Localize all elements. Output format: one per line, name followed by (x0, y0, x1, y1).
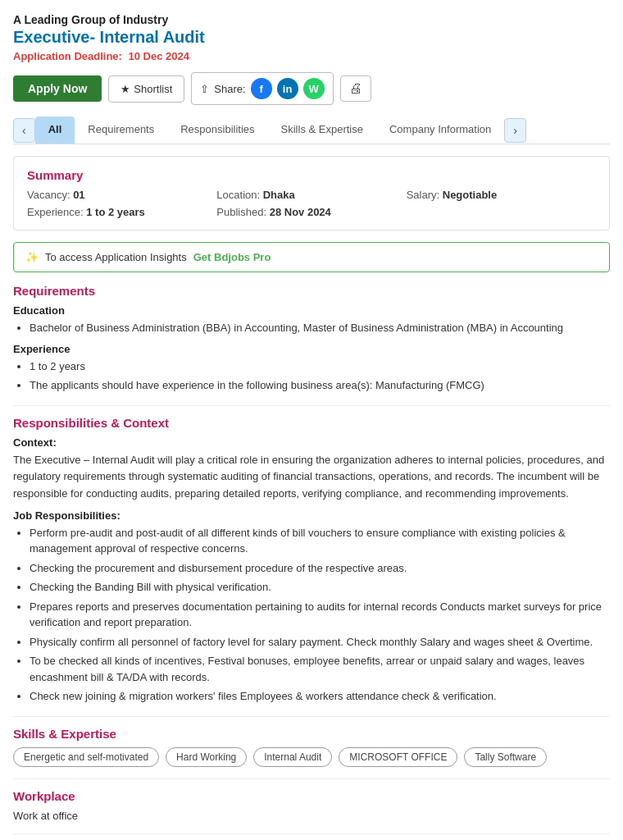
page-wrapper: A Leading Group of Industry Executive- I… (0, 0, 623, 840)
company-name: A Leading Group of Industry (13, 13, 610, 26)
shortlist-button[interactable]: ★ Shortlist (108, 75, 184, 103)
shortlist-label: Shortlist (134, 83, 172, 95)
divider (13, 833, 610, 834)
divider (13, 778, 610, 779)
divider (13, 716, 610, 717)
responsibilities-section: Responsibilities & Context Context: The … (13, 416, 610, 705)
list-item: Bachelor of Business Administration (BBA… (30, 320, 610, 336)
tab-all[interactable]: All (35, 116, 75, 144)
job-responsibilities-heading: Job Responsibilities: (13, 509, 610, 522)
tab-responsibilities[interactable]: Responsibilities (167, 116, 267, 144)
education-heading: Education (13, 304, 610, 317)
salary-value: Negotiable (443, 189, 497, 201)
skill-tag[interactable]: Energetic and self-motivated (13, 747, 159, 767)
salary-label: Salary: (407, 189, 439, 201)
share-label: Share: (214, 83, 245, 95)
deadline-label: Application Deadline: (13, 50, 122, 62)
list-item: Checking the Banding Bill with physical … (30, 579, 610, 596)
list-item: Physically confirm all personnel of fact… (30, 634, 610, 651)
skill-tag[interactable]: Internal Audit (253, 747, 332, 767)
tabs-bar: ‹ All Requirements Responsibilities Skil… (13, 116, 610, 144)
published-label: Published: (216, 206, 266, 218)
workplace-section: Workplace Work at office (13, 789, 610, 822)
print-button[interactable]: 🖨 (340, 75, 371, 102)
context-heading: Context: (13, 436, 610, 449)
vacancy-field: Vacancy: 01 (27, 189, 216, 201)
job-responsibilities-list: Perform pre-audit and post-audit of all … (13, 525, 610, 705)
skill-tag[interactable]: MICROSOFT OFFICE (339, 747, 457, 767)
experience-heading: Experience (13, 343, 610, 355)
star-icon: ★ (121, 83, 130, 95)
divider (13, 405, 610, 406)
tab-requirements[interactable]: Requirements (75, 116, 167, 144)
whatsapp-icon[interactable]: W (303, 78, 325, 99)
experience-label: Experience: (27, 206, 84, 218)
list-item: To be checked all kinds of incentives, F… (30, 653, 610, 685)
tab-next-arrow[interactable]: › (504, 118, 526, 143)
experience-value: 1 to 2 years (86, 206, 145, 218)
requirements-title: Requirements (13, 284, 610, 298)
list-item: Perform pre-audit and post-audit of all … (30, 525, 610, 557)
skills-title: Skills & Expertise (13, 727, 610, 741)
facebook-icon[interactable]: f (251, 78, 272, 99)
context-text: The Executive – Internal Audit will play… (13, 452, 610, 503)
location-field: Location: Dhaka (216, 189, 406, 201)
action-bar: Apply Now ★ Shortlist ⇧ Share: f in W 🖨 (13, 72, 610, 105)
apply-now-button[interactable]: Apply Now (13, 75, 102, 102)
insights-sparkle-icon: ✨ (25, 251, 39, 263)
location-label: Location: (216, 189, 260, 201)
skill-tag[interactable]: Tally Software (464, 747, 547, 767)
experience-list: 1 to 2 years The applicants should have … (13, 358, 610, 394)
summary-section: Summary Vacancy: 01 Location: Dhaka Sala… (13, 156, 610, 231)
skills-row: Energetic and self-motivated Hard Workin… (13, 747, 610, 767)
skill-tag[interactable]: Hard Working (166, 747, 247, 767)
published-field: Published: 28 Nov 2024 (216, 206, 406, 218)
insights-banner: ✨ To access Application Insights Get Bdj… (13, 242, 610, 272)
vacancy-value: 01 (73, 189, 84, 201)
tab-company-info[interactable]: Company Information (376, 116, 504, 144)
skills-section: Skills & Expertise Energetic and self-mo… (13, 727, 610, 767)
share-icon: ⇧ (200, 83, 209, 95)
list-item: Check new joining & migration workers' f… (30, 688, 610, 705)
tab-prev-arrow[interactable]: ‹ (13, 118, 35, 143)
list-item: 1 to 2 years (30, 358, 610, 375)
list-item: Prepares reports and preserves documenta… (30, 599, 610, 631)
workplace-value: Work at office (13, 810, 610, 822)
job-title: Executive- Internal Audit (13, 28, 610, 47)
vacancy-label: Vacancy: (27, 189, 70, 201)
application-deadline: Application Deadline: 10 Dec 2024 (13, 50, 610, 62)
summary-grid: Vacancy: 01 Location: Dhaka Salary: Nego… (27, 189, 596, 218)
insights-text: To access Application Insights (45, 251, 187, 263)
location-value: Dhaka (263, 189, 295, 201)
education-list: Bachelor of Business Administration (BBA… (13, 320, 610, 336)
insights-link[interactable]: Get Bdjobs Pro (193, 251, 271, 263)
salary-field: Salary: Negotiable (407, 189, 596, 201)
share-group: ⇧ Share: f in W (191, 72, 333, 105)
published-value: 28 Nov 2024 (270, 206, 331, 218)
deadline-value: 10 Dec 2024 (129, 50, 189, 62)
experience-field: Experience: 1 to 2 years (27, 206, 216, 218)
list-item: The applicants should have experience in… (30, 377, 610, 394)
responsibilities-title: Responsibilities & Context (13, 416, 610, 430)
workplace-title: Workplace (13, 789, 610, 803)
list-item: Checking the procurement and disbursemen… (30, 560, 610, 577)
requirements-section: Requirements Education Bachelor of Busin… (13, 284, 610, 394)
tab-skills[interactable]: Skills & Expertise (268, 116, 376, 144)
linkedin-icon[interactable]: in (277, 78, 298, 99)
summary-title: Summary (27, 168, 596, 182)
